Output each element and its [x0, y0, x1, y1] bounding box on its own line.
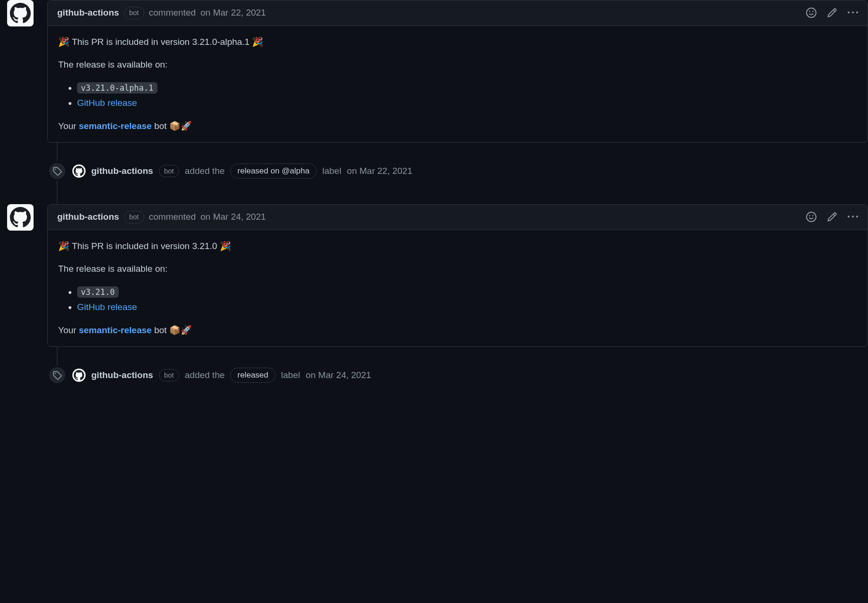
list-item: v3.21.0-alpha.1	[77, 81, 857, 95]
body-text: 🎉 This PR is included in version	[58, 241, 192, 251]
github-release-link[interactable]: GitHub release	[77, 98, 137, 108]
version-tag-chip[interactable]: v3.21.0	[77, 286, 119, 298]
version-tag-chip[interactable]: v3.21.0-alpha.1	[77, 82, 157, 94]
smiley-icon[interactable]	[806, 8, 816, 18]
tag-icon	[52, 166, 62, 176]
bot-badge: bot	[124, 7, 144, 19]
comment-author[interactable]: github-actions	[57, 210, 119, 224]
github-mark-icon	[74, 370, 84, 380]
github-mark-icon	[74, 166, 84, 176]
list-item: v3.21.0	[77, 285, 857, 299]
body-version: 3.21.0	[192, 241, 217, 251]
bot-badge: bot	[159, 369, 179, 382]
semantic-release-link[interactable]: semantic-release	[79, 325, 152, 335]
bot-badge: bot	[159, 165, 179, 178]
event-badge	[48, 162, 67, 181]
comment-action: commented	[149, 210, 196, 224]
body-text: Your	[58, 325, 79, 335]
comment-author[interactable]: github-actions	[57, 6, 119, 20]
event-author[interactable]: github-actions	[91, 164, 153, 178]
comment-date[interactable]: on Mar 22, 2021	[200, 6, 266, 20]
body-text: The release is available on:	[58, 262, 857, 276]
comment-item: github-actions bot commented on Mar 24, …	[52, 204, 868, 347]
github-mark-icon	[10, 3, 31, 24]
body-text: bot 📦🚀	[152, 325, 192, 335]
comment-header: github-actions bot commented on Mar 22, …	[48, 0, 868, 26]
kebab-icon[interactable]	[848, 8, 858, 18]
body-text: Your	[58, 121, 79, 131]
event-suffix: label	[322, 164, 341, 178]
comment-body: 🎉 This PR is included in version 3.21.0 …	[48, 230, 868, 347]
body-text: 🎉	[217, 241, 231, 251]
comment-container: github-actions bot commented on Mar 22, …	[47, 0, 868, 143]
comment-action: commented	[149, 6, 196, 20]
body-version: 3.21.0-alpha.1	[192, 37, 250, 47]
author-avatar[interactable]	[7, 0, 34, 26]
body-text: 🎉	[250, 37, 263, 47]
event-badge	[48, 366, 67, 385]
comment-body: 🎉 This PR is included in version 3.21.0-…	[48, 26, 868, 143]
kebab-icon[interactable]	[848, 212, 858, 222]
list-item: GitHub release	[77, 96, 857, 110]
label-chip[interactable]: released	[230, 368, 275, 383]
smiley-icon[interactable]	[806, 212, 816, 222]
comment-item: github-actions bot commented on Mar 22, …	[52, 0, 868, 143]
event-author-avatar[interactable]	[72, 369, 86, 382]
semantic-release-link[interactable]: semantic-release	[79, 121, 152, 131]
body-text: bot 📦🚀	[152, 121, 192, 131]
event-author[interactable]: github-actions	[91, 369, 153, 382]
pencil-icon[interactable]	[827, 212, 837, 222]
comment-date[interactable]: on Mar 24, 2021	[200, 210, 266, 224]
event-verb: added the	[185, 369, 225, 382]
comment-container: github-actions bot commented on Mar 24, …	[47, 204, 868, 347]
event-author-avatar[interactable]	[72, 164, 86, 178]
event-verb: added the	[185, 164, 225, 178]
bot-badge: bot	[124, 211, 144, 224]
event-date[interactable]: on Mar 22, 2021	[347, 164, 412, 178]
tag-icon	[52, 370, 62, 380]
list-item: GitHub release	[77, 301, 857, 314]
body-text: 🎉 This PR is included in version	[58, 37, 192, 47]
timeline-event: github-actions bot added the released la…	[52, 366, 868, 385]
event-date[interactable]: on Mar 24, 2021	[306, 369, 371, 382]
comment-header: github-actions bot commented on Mar 24, …	[48, 205, 868, 230]
timeline-event: github-actions bot added the released on…	[52, 162, 868, 181]
pencil-icon[interactable]	[827, 8, 837, 18]
event-suffix: label	[281, 369, 300, 382]
author-avatar[interactable]	[7, 204, 34, 231]
label-chip[interactable]: released on @alpha	[230, 164, 316, 179]
github-release-link[interactable]: GitHub release	[77, 302, 137, 312]
body-text: The release is available on:	[58, 58, 857, 72]
github-mark-icon	[10, 207, 31, 228]
